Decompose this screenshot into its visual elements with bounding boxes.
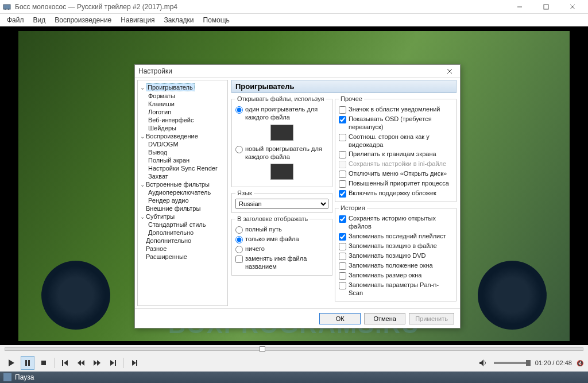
tree-item[interactable]: Расширенные (138, 253, 227, 261)
check-label: Запоминать последний плейлист (349, 232, 446, 240)
thumb-multi-icon (270, 164, 293, 180)
seekbar[interactable] (5, 347, 583, 351)
checkbox[interactable] (339, 215, 346, 223)
tree-item[interactable]: Вывод (138, 148, 227, 156)
radio-name-label: только имя файла (245, 235, 299, 243)
checkbox[interactable] (339, 243, 346, 250)
tree-item[interactable]: Шейдеры (138, 124, 227, 132)
menu-playback[interactable]: Воспроизведение (50, 15, 116, 25)
seekbar-row (0, 345, 588, 354)
pause-button[interactable] (21, 356, 34, 370)
ok-button[interactable]: ОК (319, 313, 361, 324)
tree-item[interactable]: Настройки Sync Render (138, 164, 227, 172)
tree-item[interactable]: Клавиши (138, 100, 227, 108)
volume-slider[interactable] (494, 362, 528, 364)
tree-item[interactable]: Форматы (138, 92, 227, 100)
check-row: Запоминать позицию в файле (339, 241, 452, 251)
radio-full-path[interactable] (235, 226, 243, 234)
seek-thumb[interactable] (260, 346, 265, 352)
radio-one-player[interactable] (235, 106, 243, 114)
minimize-button[interactable] (506, 0, 533, 14)
dialog-titlebar: Настройки (135, 65, 460, 78)
title-display-legend: В заголовке отображать (235, 215, 310, 222)
language-select[interactable]: Russian (235, 199, 328, 209)
tree-label: Веб-интерфейс (148, 117, 194, 123)
menu-bookmarks[interactable]: Закладки (160, 15, 199, 25)
volume-icon[interactable] (478, 357, 489, 369)
menu-file[interactable]: Файл (2, 15, 29, 25)
tree-toggle-icon[interactable]: ⌄ (139, 84, 146, 91)
tree-item[interactable]: Дополнительно (138, 237, 227, 245)
settings-tree[interactable]: ⌄ПроигрывательФорматыКлавишиЛоготипВеб-и… (137, 80, 228, 306)
check-label: Запоминать позицию DVD (349, 252, 425, 260)
check-label: Значок в области уведомлений (349, 105, 440, 113)
cancel-button[interactable]: Отмена (364, 313, 405, 324)
svg-rect-20 (136, 360, 137, 366)
tree-toggle-icon[interactable]: ⌄ (139, 133, 146, 140)
tree-item[interactable]: Внешние фильтры (138, 204, 227, 212)
radio-full-label: полный путь (245, 225, 282, 233)
check-row: Повышенный приоритет процесса (339, 179, 452, 188)
dialog-close-button[interactable] (443, 65, 457, 77)
check-label: Включить поддержку обложек (349, 189, 436, 197)
tree-item[interactable]: ⌄Проигрыватель (138, 83, 227, 92)
tree-item[interactable]: Полный экран (138, 156, 227, 164)
step-button[interactable] (127, 356, 141, 370)
check-label: Сохранять настройки в ini-файле (349, 160, 446, 168)
checkbox[interactable] (339, 106, 346, 114)
checkbox[interactable] (339, 253, 346, 260)
tree-item[interactable]: Веб-интерфейс (138, 116, 227, 124)
tree-item[interactable]: Рендер аудио (138, 196, 227, 204)
volume-thumb[interactable] (526, 360, 531, 366)
tree-label: Настройки Sync Render (148, 165, 218, 172)
tree-label: Шейдеры (148, 125, 176, 131)
checkbox[interactable] (339, 171, 346, 178)
other-group: Прочее Значок в области уведомленийПоказ… (335, 95, 457, 202)
forward-button[interactable] (90, 356, 104, 370)
tree-item[interactable]: Аудиопереключатель (138, 188, 227, 196)
checkbox[interactable] (339, 233, 346, 241)
tree-item[interactable]: Захват (138, 172, 227, 180)
tree-item[interactable]: Разное (138, 245, 227, 253)
checkbox[interactable] (339, 151, 346, 158)
stop-button[interactable] (37, 356, 51, 370)
maximize-button[interactable] (533, 0, 559, 14)
checkbox[interactable] (339, 272, 346, 280)
apply-button[interactable]: Применить (409, 313, 454, 324)
checkbox[interactable] (339, 161, 346, 168)
check-replace-title[interactable] (235, 256, 243, 263)
tree-item[interactable]: Дополнительно (138, 229, 227, 237)
checkbox[interactable] (339, 134, 346, 141)
tree-toggle-icon[interactable]: ⌄ (139, 214, 146, 220)
rewind-button[interactable] (74, 356, 88, 370)
prev-button[interactable] (58, 356, 72, 370)
checkbox[interactable] (339, 190, 346, 198)
tree-item[interactable]: DVD/OGM (138, 140, 227, 148)
menu-help[interactable]: Помощь (199, 15, 234, 25)
tree-label: Стандартный стиль (148, 221, 206, 228)
tree-item[interactable]: Стандартный стиль (138, 220, 227, 229)
tree-label: DVD/OGM (148, 141, 179, 148)
tree-toggle-icon[interactable]: ⌄ (139, 181, 146, 188)
tree-item[interactable]: ⌄Субтитры (138, 212, 227, 220)
radio-none-label: ничего (245, 245, 265, 253)
radio-nothing[interactable] (235, 246, 243, 253)
checkbox[interactable] (339, 116, 346, 123)
checkbox[interactable] (339, 180, 346, 188)
tree-item[interactable]: Логотип (138, 108, 227, 116)
tree-item[interactable]: ⌄Воспроизведение (138, 132, 227, 140)
check-row: Включить поддержку обложек (339, 188, 452, 198)
menu-navigation[interactable]: Навигация (116, 15, 159, 25)
history-legend: История (339, 204, 367, 211)
checkbox[interactable] (339, 282, 346, 289)
play-button[interactable] (5, 356, 18, 370)
tree-item[interactable]: ⌄Встроенные фильтры (138, 180, 227, 188)
menu-view[interactable]: Вид (29, 15, 51, 25)
next-button[interactable] (106, 356, 120, 370)
radio-filename[interactable] (235, 236, 243, 243)
tree-label: Дополнительно (148, 229, 194, 236)
tree-label: Захват (148, 173, 168, 180)
checkbox[interactable] (339, 262, 346, 270)
radio-new-player[interactable] (235, 146, 243, 153)
close-button[interactable] (559, 0, 586, 14)
